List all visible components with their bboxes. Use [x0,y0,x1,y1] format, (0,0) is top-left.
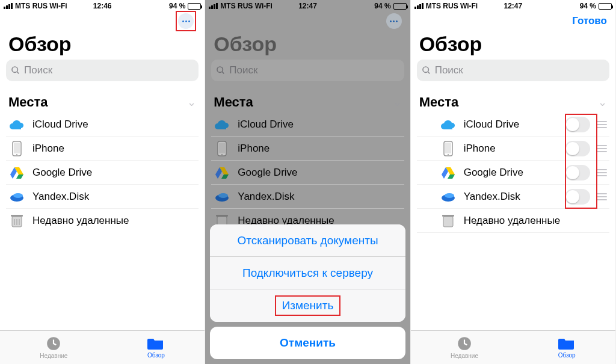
done-button[interactable]: Готово [572,15,607,27]
search-input[interactable]: Поиск [417,60,609,81]
screen-2: MTS RUS Wi-Fi 12:47 94 % Обзор Поиск Мес… [205,0,410,364]
item-label: Google Drive [32,167,92,179]
tab-label: Обзор [147,352,165,359]
search-placeholder: Поиск [24,64,52,76]
svg-point-0 [12,67,17,72]
list-item[interactable]: iPhone [6,137,199,161]
tab-recent[interactable]: Недавние [451,336,478,359]
item-label: Недавно удаленные [464,215,560,227]
highlight-more [176,11,196,31]
signal-icon [4,3,13,9]
icloud-icon [214,116,230,133]
svg-line-1 [17,72,19,73]
sheet-connect-server[interactable]: Подключиться к серверу [210,257,405,289]
svg-point-20 [221,154,223,155]
more-button[interactable] [386,13,402,29]
svg-rect-11 [11,215,23,217]
item-label: iPhone [464,143,496,155]
tab-recent[interactable]: Недавние [40,336,67,359]
tab-label: Недавние [451,353,478,359]
search-placeholder: Поиск [435,64,463,76]
sheet-option-label: Отсканировать документы [237,234,378,247]
icloud-icon [440,116,457,133]
toggle-iphone[interactable] [565,141,590,156]
list-item[interactable]: Yandex.Disk [211,185,404,209]
section-header[interactable]: Места ⌄ [205,85,410,113]
list-item: Google Drive [417,161,609,185]
svg-point-32 [448,154,449,155]
search-input[interactable]: Поиск [6,60,199,81]
iphone-icon [8,140,25,157]
yadisk-icon [440,188,457,205]
battery-pct: 94 % [374,2,390,10]
list-item[interactable]: iCloud Drive [6,113,199,137]
page-title: Обзор [0,30,205,60]
item-label: iPhone [32,143,64,155]
gdrive-icon [214,164,230,181]
gdrive-icon [440,164,457,181]
tab-label: Обзор [558,352,576,359]
tab-bar: Недавние Обзор [411,330,615,364]
list-item[interactable]: Недавно удаленные [6,209,199,233]
section-title: Места [8,94,48,110]
yadisk-icon [8,188,25,205]
list-item[interactable]: Google Drive [211,161,404,185]
sheet-cancel[interactable]: Отменить [210,327,405,359]
search-placeholder: Поиск [229,64,257,76]
drag-handle[interactable] [596,121,607,128]
svg-rect-19 [219,143,225,153]
iphone-icon [440,140,457,157]
list-item[interactable]: Google Drive [6,161,199,185]
sheet-option-label: Изменить [282,299,334,312]
sheet-cancel-label: Отменить [280,336,336,350]
locations-list: iCloud Drive iPhone Google Drive Yandex.… [0,113,205,233]
section-header[interactable]: Места ⌄ [411,85,615,113]
battery-pct: 94 % [169,2,185,10]
battery-icon [393,3,407,10]
sheet-edit[interactable]: Изменить [210,289,405,322]
list-item[interactable]: iCloud Drive [211,113,404,137]
svg-point-37 [445,193,454,198]
clock-icon [46,336,61,351]
list-item[interactable]: Yandex.Disk [6,185,199,209]
battery-pct: 94 % [580,2,596,10]
svg-marker-6 [16,174,23,179]
toggle-icloud[interactable] [565,117,590,132]
page-title: Обзор [411,30,615,60]
chevron-down-icon: ⌄ [598,96,607,109]
toggle-gdrive[interactable] [565,165,590,180]
toggle-yadisk[interactable] [565,189,590,205]
tab-label: Недавние [40,353,67,359]
item-label: iCloud Drive [32,119,88,131]
tab-browse[interactable]: Обзор [147,336,165,359]
list-item: iCloud Drive [417,113,609,137]
more-button[interactable] [178,13,194,29]
clock: 12:47 [504,2,522,10]
svg-rect-27 [216,215,228,217]
list-item[interactable]: iPhone [211,137,404,161]
carrier-label: MTS RUS Wi-Fi [220,2,273,10]
svg-marker-34 [448,174,455,179]
drag-handle[interactable] [596,169,607,176]
tab-browse[interactable]: Обзор [558,336,576,359]
item-label: iCloud Drive [464,119,520,131]
search-icon [216,66,226,75]
list-item: Yandex.Disk [417,185,609,209]
section-title: Места [419,94,459,110]
clock: 12:46 [93,2,112,10]
list-item: iPhone [417,137,609,161]
battery-icon [188,3,201,10]
svg-rect-38 [443,217,453,227]
item-label: Yandex.Disk [238,191,294,203]
locations-list: iCloud Drive iPhone Google Drive Yandex.… [205,113,410,233]
drag-handle[interactable] [596,145,607,152]
svg-line-17 [222,72,224,73]
search-input[interactable]: Поиск [211,60,404,81]
drag-handle[interactable] [596,193,607,200]
section-title: Места [214,94,253,110]
signal-icon [209,3,218,9]
item-label: Google Drive [238,167,297,179]
section-header[interactable]: Места ⌄ [0,85,205,113]
svg-rect-3 [14,143,20,153]
sheet-scan-documents[interactable]: Отсканировать документы [210,224,405,257]
